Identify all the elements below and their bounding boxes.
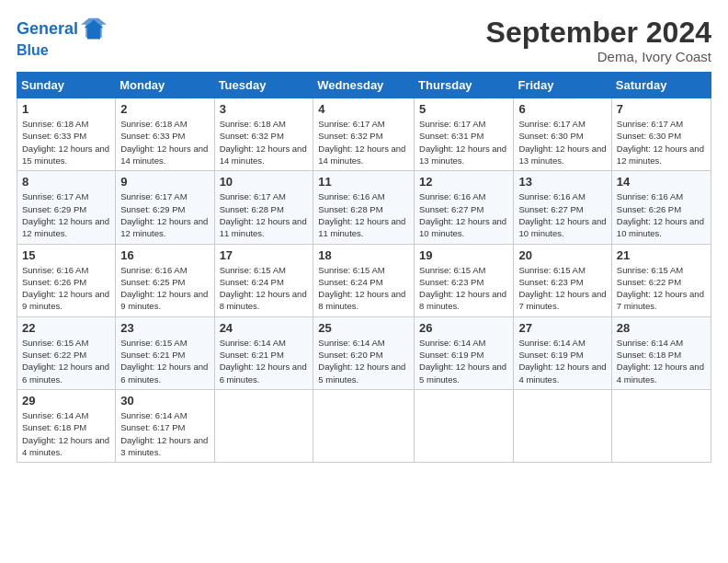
logo: General Blue	[17, 17, 107, 59]
title-block: September 2024 Dema, Ivory Coast	[486, 17, 711, 64]
day-info: Sunrise: 6:15 AMSunset: 6:22 PMDaylight:…	[22, 337, 110, 385]
day-info: Sunrise: 6:17 AMSunset: 6:29 PMDaylight:…	[120, 190, 209, 239]
calendar-cell: 10Sunrise: 6:17 AMSunset: 6:28 PMDayligh…	[214, 171, 313, 244]
logo-icon	[81, 17, 107, 42]
calendar-cell: 26Sunrise: 6:14 AMSunset: 6:19 PMDayligh…	[415, 316, 514, 389]
calendar-cell: 17Sunrise: 6:15 AMSunset: 6:24 PMDayligh…	[214, 244, 313, 316]
day-number: 1	[22, 102, 110, 116]
day-info: Sunrise: 6:16 AMSunset: 6:27 PMDaylight:…	[419, 190, 508, 239]
day-info: Sunrise: 6:17 AMSunset: 6:32 PMDaylight:…	[318, 118, 409, 167]
day-info: Sunrise: 6:17 AMSunset: 6:30 PMDaylight:…	[518, 118, 606, 167]
day-number: 11	[318, 175, 409, 189]
calendar-cell	[415, 389, 514, 462]
day-info: Sunrise: 6:15 AMSunset: 6:24 PMDaylight:…	[318, 264, 409, 313]
calendar-cell: 30Sunrise: 6:14 AMSunset: 6:17 PMDayligh…	[116, 389, 214, 462]
day-info: Sunrise: 6:17 AMSunset: 6:29 PMDaylight:…	[22, 190, 110, 239]
day-number: 19	[419, 248, 508, 262]
day-number: 26	[419, 321, 508, 335]
day-info: Sunrise: 6:15 AMSunset: 6:23 PMDaylight:…	[419, 264, 508, 313]
header: General Blue September 2024 Dema, Ivory …	[17, 17, 711, 64]
calendar-cell: 18Sunrise: 6:15 AMSunset: 6:24 PMDayligh…	[313, 244, 415, 316]
day-info: Sunrise: 6:18 AMSunset: 6:33 PMDaylight:…	[22, 118, 110, 167]
logo-text: General	[17, 20, 78, 39]
day-info: Sunrise: 6:14 AMSunset: 6:19 PMDaylight:…	[518, 337, 606, 385]
days-of-week-row: SundayMondayTuesdayWednesdayThursdayFrid…	[17, 73, 711, 98]
day-number: 9	[120, 175, 209, 189]
logo-blue-text: Blue	[17, 42, 107, 59]
day-of-week-header: Sunday	[17, 73, 116, 98]
calendar-cell: 19Sunrise: 6:15 AMSunset: 6:23 PMDayligh…	[415, 244, 514, 316]
day-of-week-header: Monday	[116, 73, 214, 98]
location: Dema, Ivory Coast	[486, 49, 711, 64]
day-info: Sunrise: 6:15 AMSunset: 6:23 PMDaylight:…	[518, 264, 606, 313]
calendar-cell: 28Sunrise: 6:14 AMSunset: 6:18 PMDayligh…	[611, 316, 711, 389]
calendar-cell	[611, 389, 711, 462]
calendar-cell: 5Sunrise: 6:17 AMSunset: 6:31 PMDaylight…	[415, 98, 514, 171]
calendar-cell: 7Sunrise: 6:17 AMSunset: 6:30 PMDaylight…	[611, 98, 711, 171]
calendar-cell: 3Sunrise: 6:18 AMSunset: 6:32 PMDaylight…	[214, 98, 313, 171]
calendar-cell: 16Sunrise: 6:16 AMSunset: 6:25 PMDayligh…	[116, 244, 214, 316]
day-info: Sunrise: 6:15 AMSunset: 6:24 PMDaylight:…	[220, 264, 309, 313]
day-info: Sunrise: 6:16 AMSunset: 6:26 PMDaylight:…	[22, 264, 110, 313]
calendar-cell	[313, 389, 415, 462]
day-info: Sunrise: 6:17 AMSunset: 6:30 PMDaylight:…	[617, 118, 706, 167]
day-number: 22	[22, 321, 110, 335]
calendar-cell: 20Sunrise: 6:15 AMSunset: 6:23 PMDayligh…	[514, 244, 611, 316]
calendar-week-row: 29Sunrise: 6:14 AMSunset: 6:18 PMDayligh…	[17, 389, 711, 462]
calendar-cell: 12Sunrise: 6:16 AMSunset: 6:27 PMDayligh…	[415, 171, 514, 244]
calendar-cell: 8Sunrise: 6:17 AMSunset: 6:29 PMDaylight…	[17, 171, 116, 244]
calendar-cell: 2Sunrise: 6:18 AMSunset: 6:33 PMDaylight…	[116, 98, 214, 171]
day-info: Sunrise: 6:18 AMSunset: 6:33 PMDaylight:…	[120, 118, 209, 167]
day-number: 2	[120, 102, 209, 116]
day-number: 30	[120, 394, 209, 408]
day-info: Sunrise: 6:14 AMSunset: 6:21 PMDaylight:…	[220, 337, 309, 385]
day-info: Sunrise: 6:16 AMSunset: 6:27 PMDaylight:…	[518, 190, 606, 239]
day-number: 27	[518, 321, 606, 335]
month-title: September 2024	[486, 17, 711, 49]
day-number: 12	[419, 175, 508, 189]
day-number: 6	[518, 102, 606, 116]
day-info: Sunrise: 6:15 AMSunset: 6:22 PMDaylight:…	[617, 264, 706, 313]
day-number: 4	[318, 102, 409, 116]
calendar-cell: 1Sunrise: 6:18 AMSunset: 6:33 PMDaylight…	[17, 98, 116, 171]
day-number: 18	[318, 248, 409, 262]
calendar-week-row: 15Sunrise: 6:16 AMSunset: 6:26 PMDayligh…	[17, 244, 711, 316]
day-info: Sunrise: 6:14 AMSunset: 6:17 PMDaylight:…	[120, 409, 209, 458]
day-number: 24	[220, 321, 309, 335]
day-info: Sunrise: 6:14 AMSunset: 6:18 PMDaylight:…	[22, 409, 110, 458]
day-info: Sunrise: 6:17 AMSunset: 6:31 PMDaylight:…	[419, 118, 508, 167]
day-number: 5	[419, 102, 508, 116]
calendar-cell: 15Sunrise: 6:16 AMSunset: 6:26 PMDayligh…	[17, 244, 116, 316]
calendar-cell	[514, 389, 611, 462]
day-of-week-header: Wednesday	[313, 73, 415, 98]
calendar-cell: 22Sunrise: 6:15 AMSunset: 6:22 PMDayligh…	[17, 316, 116, 389]
calendar-table: SundayMondayTuesdayWednesdayThursdayFrid…	[17, 72, 711, 463]
day-number: 3	[220, 102, 309, 116]
day-of-week-header: Thursday	[415, 73, 514, 98]
day-info: Sunrise: 6:17 AMSunset: 6:28 PMDaylight:…	[220, 190, 309, 239]
calendar-body: 1Sunrise: 6:18 AMSunset: 6:33 PMDaylight…	[17, 98, 711, 463]
day-number: 10	[220, 175, 309, 189]
day-number: 14	[617, 175, 706, 189]
day-info: Sunrise: 6:16 AMSunset: 6:28 PMDaylight:…	[318, 190, 409, 239]
day-number: 29	[22, 394, 110, 408]
calendar-cell: 6Sunrise: 6:17 AMSunset: 6:30 PMDaylight…	[514, 98, 611, 171]
calendar-cell: 25Sunrise: 6:14 AMSunset: 6:20 PMDayligh…	[313, 316, 415, 389]
calendar-cell: 4Sunrise: 6:17 AMSunset: 6:32 PMDaylight…	[313, 98, 415, 171]
calendar-cell: 9Sunrise: 6:17 AMSunset: 6:29 PMDaylight…	[116, 171, 214, 244]
calendar-cell: 14Sunrise: 6:16 AMSunset: 6:26 PMDayligh…	[611, 171, 711, 244]
day-info: Sunrise: 6:14 AMSunset: 6:19 PMDaylight:…	[419, 337, 508, 385]
day-of-week-header: Saturday	[611, 73, 711, 98]
day-of-week-header: Friday	[514, 73, 611, 98]
day-info: Sunrise: 6:14 AMSunset: 6:18 PMDaylight:…	[617, 337, 706, 385]
day-number: 7	[617, 102, 706, 116]
calendar-cell: 13Sunrise: 6:16 AMSunset: 6:27 PMDayligh…	[514, 171, 611, 244]
calendar-week-row: 22Sunrise: 6:15 AMSunset: 6:22 PMDayligh…	[17, 316, 711, 389]
page: General Blue September 2024 Dema, Ivory …	[0, 0, 728, 563]
calendar-week-row: 1Sunrise: 6:18 AMSunset: 6:33 PMDaylight…	[17, 98, 711, 171]
day-number: 28	[617, 321, 706, 335]
day-info: Sunrise: 6:16 AMSunset: 6:26 PMDaylight:…	[617, 190, 706, 239]
calendar-cell: 11Sunrise: 6:16 AMSunset: 6:28 PMDayligh…	[313, 171, 415, 244]
day-number: 25	[318, 321, 409, 335]
day-number: 15	[22, 248, 110, 262]
